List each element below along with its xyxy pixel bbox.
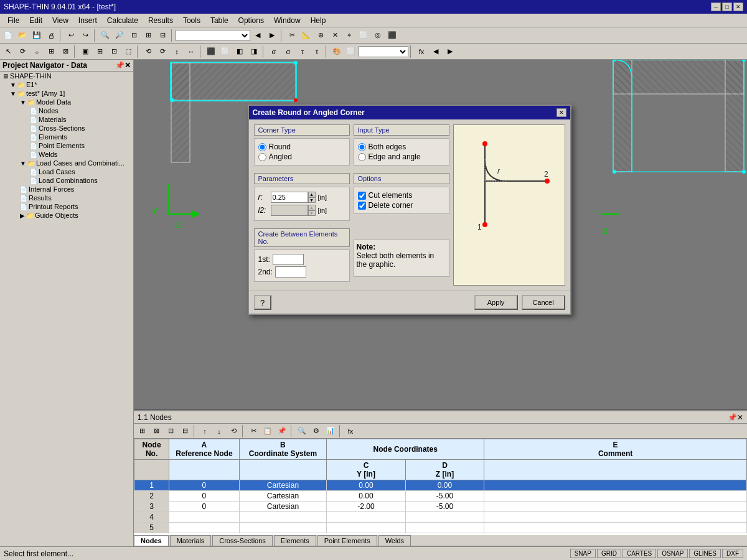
tree-results[interactable]: 📄 Results [0, 194, 133, 202]
menu-help[interactable]: Help [306, 15, 331, 26]
tab-welds[interactable]: Welds [378, 535, 411, 546]
bt-14[interactable]: fx [344, 424, 357, 438]
menu-file[interactable]: File [2, 15, 24, 26]
bt-11[interactable]: 🔍 [295, 424, 309, 438]
apply-button[interactable]: Apply [474, 295, 518, 310]
status-dxf[interactable]: DXF [722, 549, 743, 558]
tab-nodes[interactable]: Nodes [134, 535, 169, 546]
spin-l2-up[interactable]: ▲ [308, 205, 316, 210]
menu-tools[interactable]: Tools [178, 15, 205, 26]
menu-table[interactable]: Table [205, 15, 233, 26]
t2-18[interactable]: σ [267, 45, 281, 58]
spin-l2-down[interactable]: ▼ [308, 210, 316, 216]
bt-4[interactable]: ⊟ [178, 424, 192, 438]
t2-13[interactable]: ↔ [184, 45, 198, 58]
undo-btn[interactable]: ↩ [64, 29, 78, 42]
view-combo[interactable] [176, 30, 250, 41]
t2-3[interactable]: ⬦ [30, 45, 44, 58]
t2-26[interactable]: ▶ [443, 45, 457, 58]
tree-welds[interactable]: 📄 Welds [0, 150, 133, 159]
radio-edge-angle[interactable] [358, 153, 366, 161]
tree-load-cases[interactable]: 📄 Load Cases [0, 167, 133, 176]
tree-elements[interactable]: 📄 Elements [0, 133, 133, 141]
zoom-out-btn[interactable]: 🔎 [113, 29, 126, 42]
elements-first-input[interactable] [273, 254, 304, 265]
tree-model-data[interactable]: ▼ 📁 Model Data [0, 98, 133, 106]
tool3[interactable]: ⊕ [314, 29, 327, 42]
bt-7[interactable]: ⟲ [227, 424, 240, 438]
t2-14[interactable]: ⬛ [204, 45, 218, 58]
view-prev[interactable]: ◀ [251, 29, 265, 42]
tree-printout[interactable]: 📄 Printout Reports [0, 202, 133, 211]
color-combo[interactable] [359, 46, 408, 57]
checkbox-delete-corner[interactable] [358, 202, 366, 210]
view-next[interactable]: ▶ [265, 29, 279, 42]
t2-4[interactable]: ⊞ [44, 45, 58, 58]
zoom-prev-btn[interactable]: ⊞ [141, 29, 155, 42]
menu-edit[interactable]: Edit [24, 15, 47, 26]
tree-internal-forces[interactable]: 📄 Internal Forces [0, 185, 133, 194]
bt-13[interactable]: 📊 [324, 424, 337, 438]
status-glines[interactable]: GLINES [689, 549, 721, 558]
tool2[interactable]: 📐 [299, 29, 313, 42]
bt-10[interactable]: 📌 [275, 424, 289, 438]
table-row[interactable]: 5 [134, 523, 747, 533]
tab-cross-sections[interactable]: Cross-Sections [212, 535, 273, 546]
table-row[interactable]: 2 0 Cartesian 0.00 -5.00 [134, 491, 747, 502]
zoom-fit-btn[interactable]: ⊡ [127, 29, 141, 42]
bt-5[interactable]: ↑ [198, 424, 212, 438]
t2-5[interactable]: ⊠ [59, 45, 72, 58]
menu-results[interactable]: Results [143, 15, 178, 26]
radio-both-edges[interactable] [358, 143, 366, 151]
t2-17[interactable]: ◨ [247, 45, 261, 58]
print-btn[interactable]: 🖨 [44, 29, 58, 42]
tab-elements[interactable]: Elements [274, 535, 316, 546]
tool7[interactable]: ◎ [371, 29, 385, 42]
maximize-button[interactable]: □ [722, 2, 732, 11]
tab-materials[interactable]: Materials [170, 535, 212, 546]
radio-angled[interactable] [258, 153, 266, 161]
t2-8[interactable]: ⊡ [107, 45, 121, 58]
menu-insert[interactable]: Insert [73, 15, 102, 26]
tree-materials[interactable]: 📄 Materials [0, 115, 133, 124]
dialog-close-button[interactable]: ✕ [557, 108, 566, 117]
tree-cross-sections[interactable]: 📄 Cross-Sections [0, 124, 133, 133]
save-btn[interactable]: 💾 [30, 29, 44, 42]
status-osnap[interactable]: OSNAP [657, 549, 688, 558]
bt-8[interactable]: ✂ [247, 424, 260, 438]
t2-16[interactable]: ◧ [233, 45, 247, 58]
menu-calculate[interactable]: Calculate [102, 15, 143, 26]
tree-point-elements[interactable]: 📄 Point Elements [0, 141, 133, 150]
menu-options[interactable]: Options [233, 15, 269, 26]
t2-10[interactable]: ⟲ [141, 45, 155, 58]
elements-second-input[interactable] [275, 266, 306, 278]
tree-load-cases-combo[interactable]: ▼ 📁 Load Cases and Combinati... [0, 159, 133, 167]
tree-shape-thin[interactable]: 🖥 SHAPE-THIN [0, 72, 133, 80]
t2-11[interactable]: ⟳ [156, 45, 169, 58]
new-btn[interactable]: 📄 [1, 29, 15, 42]
t2-9[interactable]: ⬚ [121, 45, 135, 58]
t2-12[interactable]: ↕ [170, 45, 184, 58]
t2-22[interactable]: 🎨 [330, 45, 344, 58]
t2-2[interactable]: ⟳ [16, 45, 29, 58]
bt-9[interactable]: 📋 [261, 424, 275, 438]
spin-r-down[interactable]: ▼ [308, 197, 316, 203]
t2-21[interactable]: τ [310, 45, 324, 58]
bt-12[interactable]: ⚙ [309, 424, 323, 438]
t2-1[interactable]: ↖ [1, 45, 15, 58]
tree-e1[interactable]: ▼ 📁 E1* [0, 80, 133, 89]
t2-25[interactable]: ◀ [429, 45, 443, 58]
status-cartes[interactable]: CARTES [622, 549, 656, 558]
t2-24[interactable]: fx [415, 45, 428, 58]
bt-1[interactable]: ⊞ [135, 424, 149, 438]
tool4[interactable]: ✕ [328, 29, 342, 42]
menu-window[interactable]: Window [269, 15, 306, 26]
close-button[interactable]: ✕ [733, 2, 743, 11]
checkbox-cut-elements[interactable] [358, 192, 366, 200]
param-l2-input[interactable] [271, 205, 308, 216]
tool5[interactable]: ⌖ [342, 29, 356, 42]
menu-view[interactable]: View [47, 15, 73, 26]
tab-point-elements[interactable]: Point Elements [317, 535, 377, 546]
cancel-button[interactable]: Cancel [522, 295, 565, 310]
radio-round[interactable] [258, 143, 266, 151]
